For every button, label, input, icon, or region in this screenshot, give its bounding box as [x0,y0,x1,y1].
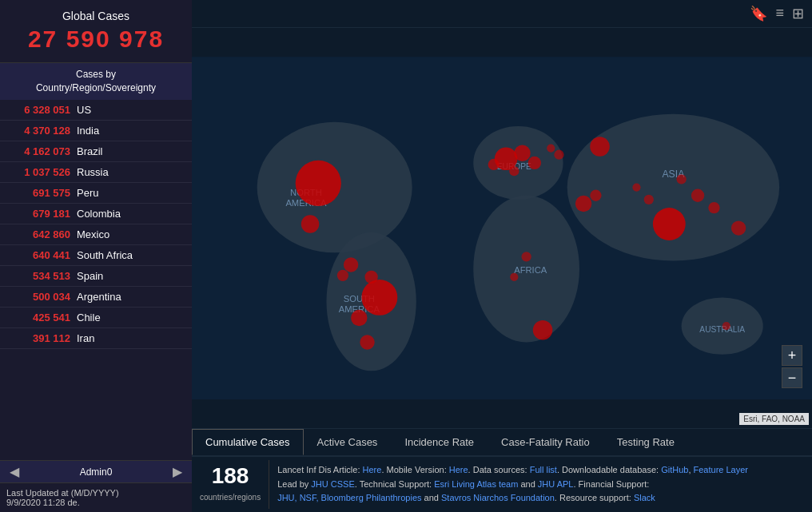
cases-by-header: Cases by Country/Region/Sovereignty [0,63,192,100]
info-sep3: . Downloadable database: [557,465,661,474]
country-name: Colombia [77,208,121,220]
link-esri-team[interactable]: Esri Living Atlas team [434,479,518,489]
svg-point-40 [360,335,374,349]
info-text: Lancet Inf Dis Article: Here. Mobile Ver… [269,460,812,509]
svg-point-29 [522,252,531,261]
svg-point-30 [510,273,518,281]
info-sep8: and [422,493,441,502]
tabs-bar: Cumulative Cases Active Cases Incidence … [192,428,812,456]
info-sep6: and [518,479,537,489]
link-jhu-csse[interactable]: JHU CSSE [311,479,354,489]
country-list[interactable]: 6 328 051US4 370 128India4 162 073Brazil… [0,100,192,460]
country-cases: 4 370 128 [6,125,70,137]
country-name: Spain [77,270,103,282]
list-item[interactable]: 500 034Argentina [0,287,192,308]
cases-by-line2: Country/Region/Sovereignty [36,82,156,93]
svg-point-32 [708,202,719,213]
svg-point-43 [547,144,555,152]
tab-cumulative-cases[interactable]: Cumulative Cases [192,429,304,455]
zoom-in-button[interactable]: + [782,345,802,366]
svg-point-39 [337,270,348,281]
list-item[interactable]: 679 181Colombia [0,204,192,224]
list-item[interactable]: 425 541Chile [0,308,192,328]
svg-point-36 [632,183,640,191]
list-item[interactable]: 4 370 128India [0,121,192,141]
country-name: Argentina [77,291,121,303]
country-cases: 4 162 073 [6,145,70,157]
list-item[interactable]: 4 162 073Brazil [0,141,192,162]
list-item[interactable]: 691 575Peru [0,183,192,204]
country-cases: 425 541 [6,312,70,323]
tab-incidence-rate[interactable]: Incidence Rate [391,429,488,455]
list-item[interactable]: 1 037 526Russia [0,162,192,183]
tab-active-cases[interactable]: Active Cases [304,429,392,455]
map-area[interactable]: NORTH AMERICA SOUTH AMERICA EUROPE AFRIC… [192,28,812,428]
svg-text:AFRICA: AFRICA [514,265,547,275]
countries-count-box: 188 countries/regions [192,460,269,509]
info-tech: Lead by [277,479,311,489]
zoom-out-button[interactable]: − [782,367,802,388]
svg-point-38 [344,257,358,272]
svg-point-16 [361,280,397,316]
link-stavros[interactable]: Stavros Niarchos Foundation [441,493,555,502]
global-cases-box: Global Cases 27 590 978 [0,0,192,63]
country-name: Chile [77,312,101,323]
sidebar: Global Cases 27 590 978 Cases by Country… [0,0,192,512]
country-cases: 640 441 [6,249,70,261]
link-slack[interactable]: Slack [634,493,655,502]
country-name: Mexico [77,228,109,240]
svg-point-21 [528,157,541,169]
nav-next-arrow[interactable]: ▶ [168,464,187,479]
countries-label: countries/regions [200,493,261,502]
country-name: Iran [77,332,94,344]
zoom-controls: + − [782,345,802,388]
map-svg: NORTH AMERICA SOUTH AMERICA EUROPE AFRIC… [192,28,812,428]
svg-point-20 [514,145,530,161]
info-sep9: . Resource support: [555,493,634,502]
list-item[interactable]: 6 328 051US [0,100,192,121]
svg-point-37 [301,215,319,232]
main-area: 🔖 ≡ ⊞ NORTH AMERICA SOUTH AMERICA EURO [192,0,812,512]
svg-point-34 [677,174,687,184]
country-cases: 500 034 [6,291,70,303]
list-icon[interactable]: ≡ [775,5,784,22]
link-here1[interactable]: Here [363,465,382,474]
nav-bar: ◀ Admin0 ▶ [0,460,192,482]
link-jhu-apl[interactable]: JHU APL [538,479,574,489]
country-cases: 642 860 [6,228,70,240]
list-item[interactable]: 534 513Spain [0,266,192,287]
tab-testing-rate[interactable]: Testing Rate [603,429,688,455]
list-item[interactable]: 391 112Iran [0,328,192,349]
svg-point-41 [722,322,730,330]
svg-point-22 [488,159,500,170]
info-lancet: Lancet Inf Dis Article: [277,465,362,474]
svg-point-25 [653,208,686,240]
link-feature-layer[interactable]: Feature Layer [694,465,748,474]
country-cases: 6 328 051 [6,104,70,116]
country-cases: 391 112 [6,332,70,344]
country-cases: 1 037 526 [6,166,70,178]
link-full-list[interactable]: Full list [530,465,557,474]
bookmark-icon[interactable]: 🔖 [750,5,767,22]
global-cases-label: Global Cases [8,10,184,22]
link-github[interactable]: GitHub [661,465,688,474]
svg-point-27 [590,190,601,201]
link-jhu-nsf[interactable]: JHU, NSF, Bloomberg Philanthropies [277,493,421,502]
link-here2[interactable]: Here [449,465,468,474]
svg-point-17 [351,310,367,326]
countries-count: 188 [200,463,261,489]
country-name: South Africa [77,249,133,261]
grid-icon[interactable]: ⊞ [792,5,804,22]
toolbar: 🔖 ≡ ⊞ [192,0,812,28]
tab-case-fatality-ratio[interactable]: Case-Fatality Ratio [488,429,603,455]
svg-point-28 [533,320,553,340]
list-item[interactable]: 640 441South Africa [0,245,192,266]
svg-point-23 [509,166,519,176]
global-cases-value: 27 590 978 [8,26,184,53]
nav-prev-arrow[interactable]: ◀ [5,464,24,479]
info-sep2: . Data sources: [468,465,530,474]
svg-point-31 [691,189,704,202]
list-item[interactable]: 642 860Mexico [0,224,192,245]
info-sep1: . Mobile Version: [381,465,448,474]
country-name: Russia [77,166,109,178]
